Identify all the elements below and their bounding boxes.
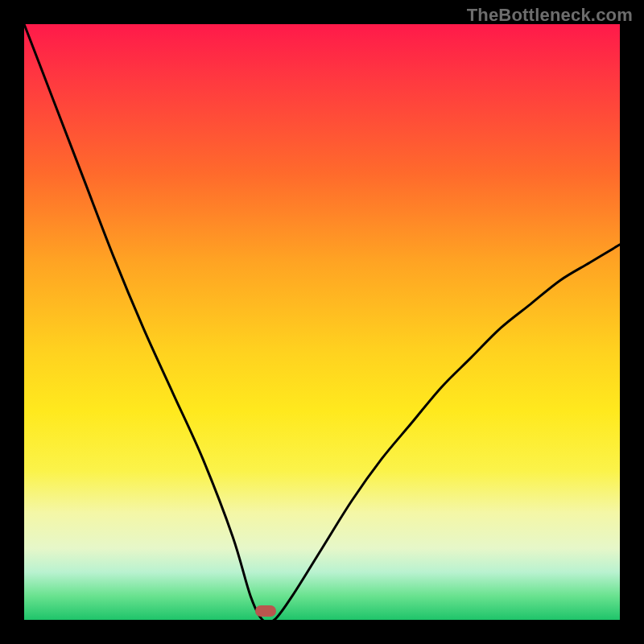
watermark-text: TheBottleneck.com bbox=[467, 5, 633, 26]
optimal-point-marker bbox=[255, 605, 276, 617]
plot-area bbox=[24, 24, 620, 620]
curve-svg bbox=[24, 24, 620, 620]
bottleneck-curve-path bbox=[24, 24, 620, 623]
chart-frame: TheBottleneck.com bbox=[0, 0, 644, 644]
